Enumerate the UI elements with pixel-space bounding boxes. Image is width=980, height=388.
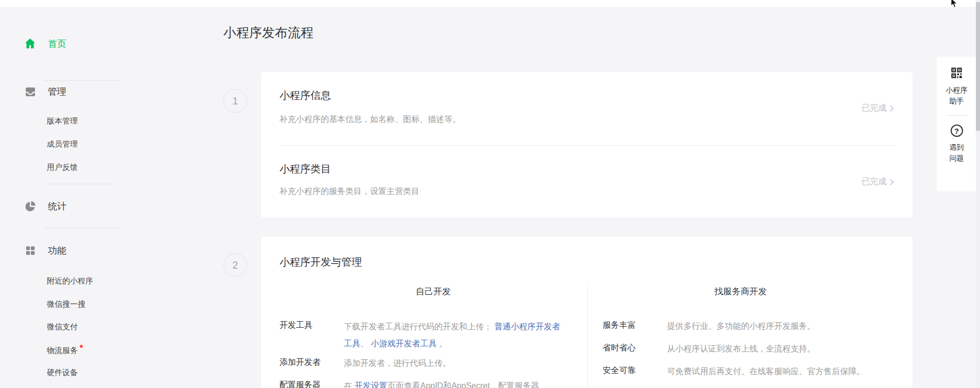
home-icon [24, 37, 37, 50]
column-header-self-dev: 自己开发 [279, 286, 587, 297]
row-label: 配置服务器 [279, 380, 321, 388]
new-badge-dot [80, 345, 83, 348]
sidebar-item-member-manage[interactable]: 成员管理 [47, 139, 78, 149]
link-minigame-devtools[interactable]: 小游戏开发者工具 [371, 339, 436, 348]
section-title: 小程序类目 [279, 162, 331, 176]
sidebar-item-home[interactable]: 首页 [24, 37, 66, 50]
chevron-right-icon [889, 179, 894, 186]
sidebar-item-wechat-search[interactable]: 微信搜一搜 [47, 299, 85, 309]
section-desc: 补充小程序的基本信息，如名称、图标、描述等。 [279, 114, 461, 125]
mini-program-console: 首页 管理 版本管理 成员管理 用户反馈 统计 功能 [0, 0, 980, 388]
sidebar-divider [44, 227, 118, 228]
section-title: 小程序信息 [279, 89, 331, 102]
row-desc: 在 开发设置页面查看AppID和AppSecret，配置服务器 [344, 380, 570, 388]
step1-card: 小程序信息 补充小程序的基本信息，如名称、图标、描述等。 已完成 小程序类目 补… [261, 72, 913, 218]
sidebar-item-user-feedback[interactable]: 用户反馈 [47, 163, 78, 172]
helper-panel: 小程序 助手 ? 遇到 问题 [937, 57, 976, 191]
row-label: 服务丰富 [603, 320, 636, 331]
assistant-label[interactable]: 小程序 助手 [937, 85, 976, 107]
sidebar-item-wechat-pay[interactable]: 微信支付 [47, 322, 78, 332]
row-label: 省时省心 [603, 343, 636, 354]
page-title: 小程序发布流程 [223, 24, 313, 41]
link-dev-settings[interactable]: 开发设置 [354, 381, 387, 388]
status-text: 已完成 [862, 103, 886, 114]
grid-icon [24, 244, 37, 257]
sidebar-item-version-manage[interactable]: 版本管理 [47, 116, 78, 126]
sidebar-divider [44, 184, 118, 184]
helper-divider [946, 115, 968, 116]
column-header-vendor-dev: 找服务商开发 [587, 286, 894, 297]
section-title: 小程序开发与管理 [279, 255, 362, 269]
scrollbar-thumb[interactable] [976, 2, 980, 131]
sidebar-item-label: 管理 [48, 85, 66, 98]
card-divider [279, 145, 894, 146]
status-text: 已完成 [862, 177, 886, 187]
status-link-info[interactable]: 已完成 [862, 103, 894, 114]
row-label: 安全可靠 [603, 365, 636, 376]
step-number-2: 2 [223, 253, 247, 277]
row-desc: 可免费试用后再支付、在线客服响应、官方售后保障。 [667, 365, 865, 378]
inbox-icon [24, 85, 37, 98]
row-desc: 添加开发者，进行代码上传。 [344, 357, 565, 369]
chevron-right-icon [889, 105, 894, 112]
sidebar-item-label: 功能 [48, 244, 66, 257]
row-label: 添加开发者 [279, 357, 321, 368]
sidebar-divider [44, 80, 118, 81]
section-desc: 补充小程序的服务类目，设置主营类目 [279, 186, 419, 197]
help-label[interactable]: 遇到 问题 [937, 142, 976, 164]
sidebar-item-label: 统计 [48, 200, 66, 213]
scrollbar-track[interactable] [976, 0, 980, 388]
sidebar-item-hardware[interactable]: 硬件设备 [47, 368, 78, 378]
question-icon[interactable]: ? [951, 125, 963, 137]
qrcode-icon[interactable] [950, 66, 964, 80]
pie-chart-icon [24, 200, 37, 213]
sidebar-item-logistics[interactable]: 物流服务 [47, 345, 83, 356]
sidebar-item-features[interactable]: 功能 [24, 244, 66, 257]
status-link-category[interactable]: 已完成 [862, 177, 894, 187]
sidebar-item-label: 首页 [48, 38, 66, 50]
row-desc: 从小程序认证到发布上线，全流程支持。 [667, 343, 815, 355]
sidebar-item-nearby-miniprogram[interactable]: 附近的小程序 [47, 276, 93, 286]
row-label: 开发工具 [279, 320, 312, 331]
mouse-cursor [950, 0, 958, 8]
row-desc: 提供多行业、多功能的小程序开发服务。 [667, 320, 815, 332]
top-strip [0, 0, 980, 7]
sidebar-item-manage[interactable]: 管理 [24, 85, 66, 98]
sidebar-item-stats[interactable]: 统计 [24, 200, 66, 213]
step2-card: 小程序开发与管理 自己开发 开发工具 下载开发者工具进行代码的开发和上传： 普通… [261, 237, 913, 388]
column-divider [587, 282, 588, 388]
row-desc: 下载开发者工具进行代码的开发和上传： 普通小程序开发者工具、 小游戏开发者工具 … [344, 318, 565, 352]
step-number-1: 1 [223, 89, 247, 113]
